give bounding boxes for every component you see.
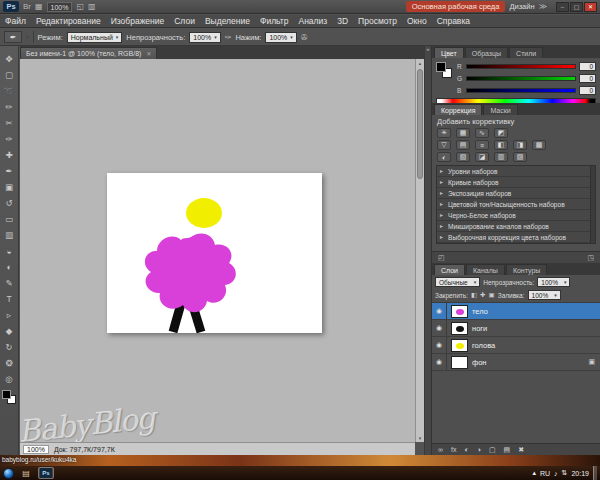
layer-name[interactable]: голова xyxy=(472,341,600,350)
preset-channel-mixer[interactable]: ▸Микширование каналов наборов xyxy=(437,221,590,232)
layer-thumbnail[interactable] xyxy=(451,322,468,335)
layer-row-fon[interactable]: ◉ фон ▣ xyxy=(432,354,600,371)
adjustment-layer-icon[interactable]: ◑ xyxy=(477,446,481,453)
panel-color-swatches[interactable] xyxy=(436,62,452,78)
hand-tool[interactable]: ❂ xyxy=(0,355,19,371)
clock[interactable]: 20:19 xyxy=(571,470,589,477)
invert-icon[interactable]: ◐ xyxy=(437,152,451,162)
lock-transparency-icon[interactable]: ◧ xyxy=(471,291,477,299)
collapse-panels-icon[interactable]: « xyxy=(426,46,429,52)
layer-mask-icon[interactable]: ◐ xyxy=(464,446,468,453)
history-brush-tool[interactable]: ↺ xyxy=(0,195,19,211)
visibility-eye-icon[interactable]: ◉ xyxy=(432,337,447,354)
expanded-view-icon[interactable]: ◳ xyxy=(587,254,594,262)
preset-levels[interactable]: ▸Уровни наборов xyxy=(437,166,590,177)
tab-layers[interactable]: Слои xyxy=(434,264,465,275)
zoom-level-select[interactable]: 100% xyxy=(47,2,73,12)
menu-filter[interactable]: Фильтр xyxy=(255,16,294,26)
quick-selection-tool[interactable]: ✏ xyxy=(0,99,19,115)
layer-thumbnail[interactable] xyxy=(451,356,468,369)
scrollbar-thumb[interactable] xyxy=(417,69,423,179)
taskbar-app-icon[interactable]: ▤ xyxy=(18,467,34,479)
visibility-eye-icon[interactable]: ◉ xyxy=(432,303,447,320)
zoom-tool[interactable]: ◎ xyxy=(0,371,19,387)
start-button[interactable] xyxy=(3,468,14,479)
brush-tool-preview-icon[interactable]: ✒ xyxy=(4,31,22,43)
vibrance-icon[interactable]: ▽ xyxy=(437,140,451,150)
status-zoom-input[interactable]: 100% xyxy=(23,445,49,454)
menu-analysis[interactable]: Анализ xyxy=(294,16,333,26)
layer-name[interactable]: ноги xyxy=(472,324,600,333)
marquee-tool[interactable]: ▢ xyxy=(0,67,19,83)
preset-black-white[interactable]: ▸Черно-Белое наборов xyxy=(437,210,590,221)
hue-saturation-icon[interactable]: ▤ xyxy=(456,140,470,150)
red-value-input[interactable]: 0 xyxy=(579,62,596,71)
green-slider[interactable] xyxy=(466,76,576,81)
airbrush-icon[interactable]: ✇ xyxy=(301,33,308,42)
posterize-icon[interactable]: ▧ xyxy=(456,152,470,162)
eraser-tool[interactable]: ▭ xyxy=(0,211,19,227)
brush-tool[interactable]: ✒ xyxy=(0,163,19,179)
visibility-eye-icon[interactable]: ◉ xyxy=(432,354,447,371)
layer-row-telo[interactable]: ◉ тело xyxy=(432,303,600,320)
layer-name[interactable]: тело xyxy=(472,307,600,316)
tab-paths[interactable]: Контуры xyxy=(506,264,547,275)
brush-preset-dropdown-icon[interactable]: ▾ xyxy=(26,34,29,40)
maximize-button[interactable]: ▢ xyxy=(570,2,583,12)
clone-stamp-tool[interactable]: ▣ xyxy=(0,179,19,195)
tab-styles[interactable]: Стили xyxy=(509,47,543,58)
bridge-icon[interactable]: Br xyxy=(23,2,31,11)
layer-name[interactable]: фон xyxy=(472,358,588,367)
color-swatches[interactable] xyxy=(2,390,16,404)
layer-thumbnail[interactable] xyxy=(451,305,468,318)
network-icon[interactable]: ⇅ xyxy=(562,469,568,477)
pen-tool[interactable]: ✎ xyxy=(0,275,19,291)
menu-edit[interactable]: Редактирование xyxy=(31,16,106,26)
menu-image[interactable]: Изображение xyxy=(106,16,170,26)
black-white-icon[interactable]: ◧ xyxy=(494,140,508,150)
blue-value-input[interactable]: 0 xyxy=(579,86,596,95)
close-button[interactable]: ✕ xyxy=(584,2,597,12)
eyedropper-tool[interactable]: ✑ xyxy=(0,131,19,147)
blue-slider[interactable] xyxy=(466,88,576,93)
close-tab-icon[interactable]: ✕ xyxy=(146,50,151,57)
preset-selective-color[interactable]: ▸Выборочная коррекция цвета наборов xyxy=(437,232,590,243)
menu-view[interactable]: Просмотр xyxy=(353,16,402,26)
return-to-adjustments-icon[interactable]: ◰ xyxy=(438,254,445,262)
exposure-icon[interactable]: ◩ xyxy=(494,128,508,138)
menu-layers[interactable]: Слои xyxy=(169,16,200,26)
preset-hue-saturation[interactable]: ▸Цветовой тон/Насыщенность наборов xyxy=(437,199,590,210)
menu-window[interactable]: Окно xyxy=(402,16,432,26)
screen-mode-icon[interactable]: ◱ xyxy=(76,2,84,11)
show-desktop-button[interactable] xyxy=(593,466,597,480)
image-canvas[interactable] xyxy=(107,173,322,333)
gradient-tool[interactable]: ▥ xyxy=(0,227,19,243)
scroll-down-icon[interactable]: ▾ xyxy=(416,435,424,441)
rotate-view-tool[interactable]: ↻ xyxy=(0,339,19,355)
crop-tool[interactable]: ✂ xyxy=(0,115,19,131)
shape-tool[interactable]: ◆ xyxy=(0,323,19,339)
language-indicator[interactable]: RU xyxy=(540,470,550,477)
new-layer-icon[interactable]: ▤ xyxy=(504,446,511,454)
blur-tool[interactable]: ◒ xyxy=(0,243,19,259)
channel-mixer-icon[interactable]: ▩ xyxy=(532,140,546,150)
tab-swatches[interactable]: Образцы xyxy=(465,47,508,58)
healing-brush-tool[interactable]: ✚ xyxy=(0,147,19,163)
opacity-input[interactable]: 100% ▾ xyxy=(189,32,220,43)
workspace-overflow-icon[interactable]: ≫ xyxy=(539,2,547,11)
layer-thumbnail[interactable] xyxy=(451,339,468,352)
color-balance-icon[interactable]: ≡ xyxy=(475,140,489,150)
selective-color-icon[interactable]: ▨ xyxy=(513,152,527,162)
presets-scrollbar[interactable] xyxy=(590,166,595,243)
taskbar-photoshop-icon[interactable]: Ps xyxy=(38,467,54,479)
foreground-color-swatch[interactable] xyxy=(436,62,446,72)
layer-row-golova[interactable]: ◉ голова xyxy=(432,337,600,354)
tray-expand-icon[interactable]: ▴ xyxy=(532,469,536,477)
delete-layer-icon[interactable]: ✖ xyxy=(518,446,524,454)
workspace-design-button[interactable]: Дизайн xyxy=(509,2,534,11)
link-layers-icon[interactable]: ∞ xyxy=(438,446,443,453)
tab-channels[interactable]: Каналы xyxy=(466,264,505,275)
levels-icon[interactable]: ▦ xyxy=(456,128,470,138)
type-tool[interactable]: T xyxy=(0,291,19,307)
view-extras-icon[interactable]: ▦ xyxy=(35,2,43,11)
